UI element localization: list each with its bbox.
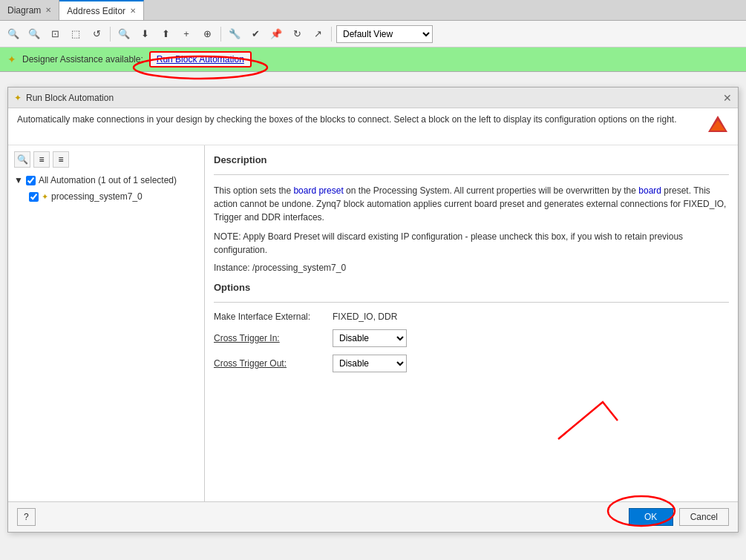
tab-bar: Diagram ✕ Address Editor ✕ xyxy=(0,0,746,21)
right-panel: Description This option sets the board p… xyxy=(205,145,738,501)
target-btn[interactable]: ⊕ xyxy=(198,25,216,43)
dialog-title-label: Run Block Automation xyxy=(26,93,114,103)
left-collapse-btn[interactable]: ≡ xyxy=(53,151,69,168)
tree-root-label: All Automation (1 out of 1 selected) xyxy=(39,175,177,185)
help-button[interactable]: ? xyxy=(17,508,36,526)
annotation-area xyxy=(214,387,729,447)
dialog-footer: ? OK Cancel xyxy=(8,501,738,532)
tree-root-item[interactable]: ▼ All Automation (1 out of 1 selected) xyxy=(14,174,198,187)
add-btn[interactable]: + xyxy=(177,25,195,43)
processing-system-checkbox[interactable] xyxy=(29,192,39,202)
processing-system-label: processing_system7_0 xyxy=(51,191,143,202)
rotate-btn[interactable]: ↺ xyxy=(88,25,105,43)
page-wrapper: Diagram ✕ Address Editor ✕ 🔍 🔍 ⊡ ⬚ ↺ 🔍 ⬇… xyxy=(0,0,746,560)
cross-trigger-in-control: Disable Enable xyxy=(333,329,729,347)
tab-diagram-close[interactable]: ✕ xyxy=(45,6,51,14)
tab-address-editor-label: Address Editor xyxy=(67,6,125,16)
dialog-title-area: ✦ Run Block Automation xyxy=(14,93,114,103)
options-divider xyxy=(214,302,729,303)
board-link: board preset xyxy=(293,185,343,196)
dialog-body: 🔍 ≡ ≡ ▼ All Automation (1 out of 1 selec… xyxy=(8,145,738,501)
toolbar: 🔍 🔍 ⊡ ⬚ ↺ 🔍 ⬇ ⬆ + ⊕ 🔧 ✔ 📌 ↻ ↗ Default Vi… xyxy=(0,21,746,47)
sep2 xyxy=(220,27,221,42)
tab-address-editor-close[interactable]: ✕ xyxy=(130,7,136,15)
cross-trigger-out-control: Disable Enable xyxy=(333,355,729,372)
fit-btn[interactable]: ⊡ xyxy=(46,25,64,43)
vivado-logo xyxy=(707,114,729,136)
dialog-close-btn[interactable]: ✕ xyxy=(723,92,732,104)
tree-expand-icon: ▼ xyxy=(14,175,23,185)
tree-child-item[interactable]: ✦ processing_system7_0 xyxy=(29,190,198,203)
options-grid: Make Interface External: FIXED_IO, DDR C… xyxy=(214,312,729,372)
left-search-btn[interactable]: 🔍 xyxy=(14,151,30,168)
refresh-btn[interactable]: ↻ xyxy=(288,25,306,43)
sep3 xyxy=(331,27,332,42)
designer-message: Designer Assistance available: xyxy=(22,54,143,65)
export-btn[interactable]: ↗ xyxy=(309,25,327,43)
tab-address-editor[interactable]: Address Editor ✕ xyxy=(59,0,144,20)
interface-external-label: Make Interface External: xyxy=(214,312,333,322)
arrow-annotation-svg xyxy=(543,395,632,447)
description-section-title: Description xyxy=(214,154,729,165)
desc-para1: This option sets the board preset on the… xyxy=(214,184,729,224)
designer-icon: ✦ xyxy=(7,53,16,65)
ok-button[interactable]: OK xyxy=(629,508,673,526)
left-toolbar: 🔍 ≡ ≡ xyxy=(14,151,198,168)
processing-system-icon: ✦ xyxy=(42,192,48,202)
search-btn[interactable]: 🔍 xyxy=(115,25,133,43)
align-down-btn[interactable]: ⬇ xyxy=(136,25,154,43)
align-up-btn[interactable]: ⬆ xyxy=(157,25,174,43)
cross-trigger-out-select[interactable]: Disable Enable xyxy=(333,355,407,372)
check-btn[interactable]: ✔ xyxy=(246,25,264,43)
instance-text: Instance: /processing_system7_0 xyxy=(214,263,729,273)
zoom-in-btn[interactable]: 🔍 xyxy=(4,25,22,43)
cross-trigger-out-label: Cross Trigger Out: xyxy=(214,358,333,369)
wrench-btn[interactable]: 🔧 xyxy=(226,25,243,43)
run-block-automation-dialog: ✦ Run Block Automation ✕ Automatically m… xyxy=(7,87,739,533)
tab-diagram-label: Diagram xyxy=(7,5,41,16)
board-link2: board xyxy=(638,185,661,196)
left-expand-btn[interactable]: ≡ xyxy=(33,151,50,168)
tree-child-container: ✦ processing_system7_0 xyxy=(29,190,198,203)
select-btn[interactable]: ⬚ xyxy=(67,25,85,43)
cancel-button[interactable]: Cancel xyxy=(679,508,729,526)
cross-trigger-in-label: Cross Trigger In: xyxy=(214,333,333,343)
zoom-out-btn[interactable]: 🔍 xyxy=(25,25,43,43)
sep1 xyxy=(110,27,111,42)
tab-diagram[interactable]: Diagram ✕ xyxy=(0,0,59,20)
options-section-title: Options xyxy=(214,282,729,293)
pin-btn[interactable]: 📌 xyxy=(267,25,285,43)
view-select[interactable]: Default View xyxy=(336,25,433,43)
dialog-title-icon: ✦ xyxy=(14,93,22,103)
dialog-container: ✦ Run Block Automation ✕ Automatically m… xyxy=(0,72,746,540)
all-automation-checkbox[interactable] xyxy=(26,176,36,185)
dialog-top-description: Automatically make connections in your d… xyxy=(8,108,738,145)
desc-para2: NOTE: Apply Board Preset will discard ex… xyxy=(214,230,729,257)
designer-bar: ✦ Designer Assistance available: Run Blo… xyxy=(0,47,746,72)
interface-external-value: FIXED_IO, DDR xyxy=(333,312,729,322)
cross-trigger-in-select[interactable]: Disable Enable xyxy=(333,329,407,347)
dialog-titlebar: ✦ Run Block Automation ✕ xyxy=(8,88,738,108)
dialog-description-text: Automatically make connections in your d… xyxy=(17,114,677,125)
left-panel: 🔍 ≡ ≡ ▼ All Automation (1 out of 1 selec… xyxy=(8,145,205,501)
desc-divider xyxy=(214,174,729,175)
run-block-automation-btn[interactable]: Run Block Automation xyxy=(149,51,252,67)
